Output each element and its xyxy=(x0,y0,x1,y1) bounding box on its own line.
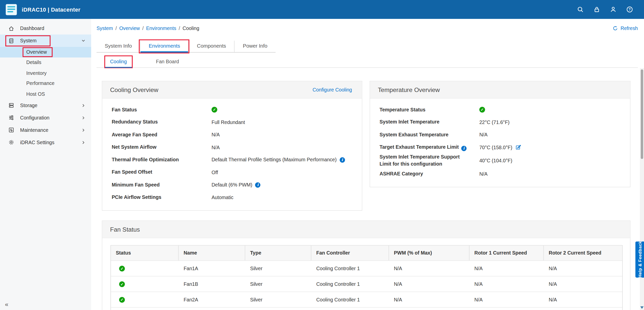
sidebar-item-dashboard[interactable]: Dashboard xyxy=(0,22,91,35)
overview-row: Fan Speed Offset Off xyxy=(102,166,362,179)
card-title: Temperature Overview xyxy=(378,86,440,93)
sidebar-item-performance[interactable]: Performance xyxy=(0,78,91,89)
overview-row: Redundancy Status Full Redundant xyxy=(102,116,362,129)
svg-text:?: ? xyxy=(629,7,631,11)
top-bar: iDRAC10 | Datacenter ? xyxy=(0,0,644,19)
scrollbar-thumb[interactable] xyxy=(641,69,643,159)
table-row-partial xyxy=(111,307,622,310)
sidebar-item-label: Storage xyxy=(20,103,37,108)
overview-row: Target Exhaust Temperature Limit 70°C (1… xyxy=(370,141,630,154)
overview-row: ASHRAE Category N/A xyxy=(370,168,630,180)
lock-icon[interactable] xyxy=(593,6,600,13)
chevron-right-icon xyxy=(80,139,86,145)
sidebar-item-system[interactable]: System xyxy=(0,35,91,47)
tab-system-info[interactable]: System Info xyxy=(97,41,140,52)
subtab-cooling[interactable]: Cooling xyxy=(105,56,132,67)
sidebar-item-maintenance[interactable]: Maintenance xyxy=(0,124,91,136)
column-header: Status xyxy=(111,245,179,260)
sidebar-item-label: Dashboard xyxy=(20,25,44,31)
fan-status-card: Fan Status Status Name Type Fan Controll… xyxy=(102,221,630,310)
column-header: Rotor 2 Current Speed xyxy=(544,245,622,260)
info-icon[interactable] xyxy=(340,157,345,163)
status-ok-icon xyxy=(479,107,485,113)
sidebar-item-label: Overview xyxy=(26,49,47,55)
overview-row: PCIe Airflow Settings Automatic xyxy=(102,191,362,204)
edit-icon[interactable] xyxy=(515,144,521,150)
chevron-right-icon xyxy=(80,115,86,120)
overview-row: System Exhaust Temperature N/A xyxy=(370,129,630,141)
info-icon[interactable] xyxy=(255,182,261,188)
tab-environments[interactable]: Environments xyxy=(140,41,188,52)
brand: iDRAC10 | Datacenter xyxy=(6,4,80,15)
configure-cooling-link[interactable]: Configure Cooling xyxy=(313,87,352,93)
sidebar-item-label: Host OS xyxy=(26,91,45,97)
refresh-button[interactable]: Refresh xyxy=(612,25,638,31)
breadcrumb-environments[interactable]: Environments xyxy=(146,25,176,31)
server-icon xyxy=(8,38,14,44)
help-icon[interactable]: ? xyxy=(626,6,633,13)
overview-row: Minimum Fan Speed Default (6% PWM) xyxy=(102,179,362,191)
breadcrumb: System / Overview / Environments / Cooli… xyxy=(97,25,199,31)
sidebar-item-label: iDRAC Settings xyxy=(20,139,54,145)
overview-row: Thermal Profile Optimization Default The… xyxy=(102,153,362,166)
overview-row: Average Fan Speed N/A xyxy=(102,129,362,141)
help-feedback-tab[interactable]: Help & Feedback xyxy=(635,241,644,277)
sidebar-item-label: Performance xyxy=(26,81,54,86)
subtab-fan-board[interactable]: Fan Board xyxy=(151,56,184,67)
top-bar-icons: ? xyxy=(577,6,633,13)
refresh-label: Refresh xyxy=(621,25,638,31)
sidebar-item-configuration[interactable]: Configuration xyxy=(0,111,91,124)
scroll-down-arrow-icon[interactable] xyxy=(640,306,643,309)
main-content: System / Overview / Environments / Cooli… xyxy=(91,19,644,310)
status-ok-icon xyxy=(211,107,217,113)
breadcrumb-overview[interactable]: Overview xyxy=(119,25,140,31)
sidebar-item-overview[interactable]: Overview xyxy=(0,47,91,57)
table-row: Fan1B Silver Cooling Controller 1 N/A N/… xyxy=(111,276,622,292)
column-header: PWM (% of Max) xyxy=(389,245,469,260)
table-row: Fan1A Silver Cooling Controller 1 N/A N/… xyxy=(111,260,622,276)
breadcrumb-current: Cooling xyxy=(182,25,199,31)
annotation-box-overview: Overview xyxy=(23,48,52,56)
sidebar-item-label: Inventory xyxy=(26,70,46,76)
chevron-right-icon xyxy=(80,103,86,108)
breadcrumb-separator: / xyxy=(179,25,180,31)
idrac-logo-icon xyxy=(6,4,17,15)
fan-status-table: Status Name Type Fan Controller PWM (% o… xyxy=(110,245,623,310)
sidebar-item-idrac-settings[interactable]: iDRAC Settings xyxy=(0,136,91,148)
chevron-right-icon xyxy=(80,127,86,133)
sidebar-item-storage[interactable]: Storage xyxy=(0,99,91,112)
card-title: Fan Status xyxy=(110,226,140,233)
cooling-overview-card: Cooling Overview Configure Cooling Fan S… xyxy=(102,81,362,211)
user-icon[interactable] xyxy=(609,6,617,13)
gear-icon xyxy=(8,139,14,145)
tab-components[interactable]: Components xyxy=(188,41,234,52)
column-header: Name xyxy=(179,245,245,260)
status-ok-icon xyxy=(119,265,125,271)
column-header: Rotor 1 Current Speed xyxy=(470,245,544,260)
sidebar-item-details[interactable]: Details xyxy=(0,57,91,68)
breadcrumb-system[interactable]: System xyxy=(97,25,113,31)
status-ok-icon xyxy=(119,281,125,287)
info-icon[interactable] xyxy=(461,146,467,151)
overview-row: Fan Status xyxy=(102,104,362,116)
sidebar-item-label: Details xyxy=(26,60,41,66)
overview-row: Net System Airflow N/A xyxy=(102,141,362,154)
search-icon[interactable] xyxy=(577,6,584,13)
breadcrumb-separator: / xyxy=(142,25,143,31)
activity-icon xyxy=(8,127,14,133)
sidebar-collapse-button[interactable]: « xyxy=(5,301,9,308)
sliders-icon xyxy=(8,115,14,121)
breadcrumb-separator: / xyxy=(115,25,117,31)
tab-power-info[interactable]: Power Info xyxy=(234,41,275,52)
sidebar-item-host-os[interactable]: Host OS xyxy=(0,89,91,99)
subtab-bar: Cooling Fan Board xyxy=(97,56,638,68)
chevron-down-icon xyxy=(80,38,86,44)
sidebar-item-inventory[interactable]: Inventory xyxy=(0,68,91,78)
home-icon xyxy=(8,25,14,31)
sidebar-item-label: Configuration xyxy=(20,115,49,120)
tab-bar: System Info Environments Components Powe… xyxy=(97,41,276,52)
overview-row: System Inlet Temperature 22°C (71.6°F) xyxy=(370,116,630,129)
sidebar-item-label: Maintenance xyxy=(20,127,48,133)
overview-row: Temperature Status xyxy=(370,104,630,116)
idrac-app: iDRAC10 | Datacenter ? Dashboard xyxy=(0,0,644,310)
